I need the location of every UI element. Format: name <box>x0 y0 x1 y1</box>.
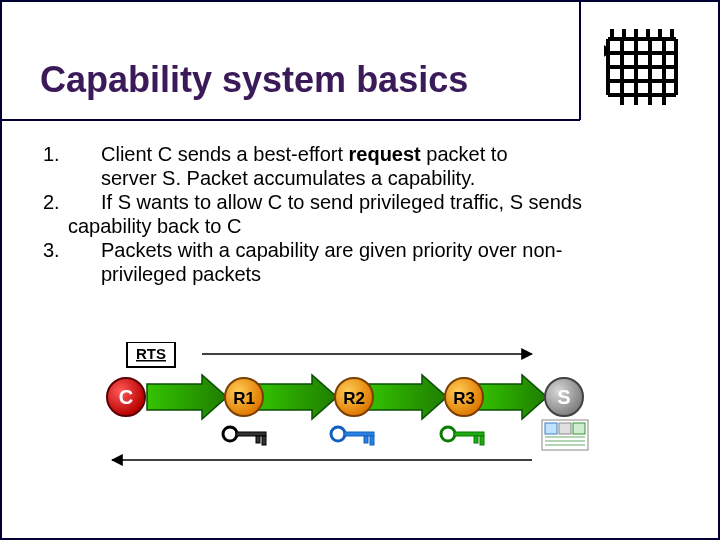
svg-point-17 <box>604 47 606 55</box>
svg-rect-24 <box>236 432 266 436</box>
point-1-line2: server S. Packet accumulates a capabilit… <box>43 166 683 190</box>
svg-rect-28 <box>344 432 374 436</box>
point-1-text-a: Client C sends a best-effort <box>101 143 349 165</box>
point-2-number: 2. <box>43 190 101 214</box>
slide-title: Capability system basics <box>40 59 468 101</box>
svg-rect-32 <box>454 432 484 436</box>
point-1-number: 1. <box>43 142 101 166</box>
node-r1-label: R1 <box>233 389 255 408</box>
network-diagram: RTS C R1 R2 <box>102 342 602 482</box>
svg-rect-29 <box>364 436 368 443</box>
forward-arrow-1 <box>147 375 227 419</box>
svg-rect-37 <box>559 423 571 434</box>
point-3-line2: privileged packets <box>43 262 683 286</box>
node-r2-label: R2 <box>343 389 365 408</box>
svg-point-27 <box>331 427 345 441</box>
title-divider-vertical <box>579 2 581 120</box>
portcullis-icon <box>604 27 678 107</box>
point-2-text-a: If S wants to allow C to send privileged… <box>101 191 582 213</box>
key-icon-black <box>223 427 266 445</box>
point-2-line2: capability back to C <box>43 214 683 238</box>
svg-point-20 <box>676 47 678 55</box>
point-1-line1: 1.Client C sends a best-effort request p… <box>43 142 683 166</box>
svg-rect-30 <box>370 436 374 445</box>
svg-rect-26 <box>262 436 266 445</box>
slide: Capability system basics <box>0 0 720 540</box>
forward-arrow-2 <box>257 375 337 419</box>
node-s-label: S <box>557 386 570 408</box>
title-divider-horizontal <box>2 119 580 121</box>
svg-point-23 <box>223 427 237 441</box>
svg-rect-34 <box>480 436 484 445</box>
point-2-line1: 2.If S wants to allow C to send privileg… <box>43 190 683 214</box>
rts-label: RTS <box>136 345 166 362</box>
point-1-request: request <box>349 143 421 165</box>
svg-rect-33 <box>474 436 478 443</box>
body-text: 1.Client C sends a best-effort request p… <box>43 142 683 286</box>
svg-rect-25 <box>256 436 260 443</box>
svg-point-31 <box>441 427 455 441</box>
key-icon-green <box>441 427 484 445</box>
forward-arrow-4 <box>477 375 547 419</box>
point-1-text-b: packet to <box>421 143 508 165</box>
key-icon-blue <box>331 427 374 445</box>
node-c-label: C <box>119 386 133 408</box>
forward-arrow-3 <box>367 375 447 419</box>
node-r3-label: R3 <box>453 389 475 408</box>
svg-rect-36 <box>545 423 557 434</box>
svg-rect-38 <box>573 423 585 434</box>
point-3-number: 3. <box>43 238 101 262</box>
point-3-line1: 3.Packets with a capability are given pr… <box>43 238 683 262</box>
capability-card-icon <box>542 420 588 450</box>
point-3-text-a: Packets with a capability are given prio… <box>101 239 562 261</box>
